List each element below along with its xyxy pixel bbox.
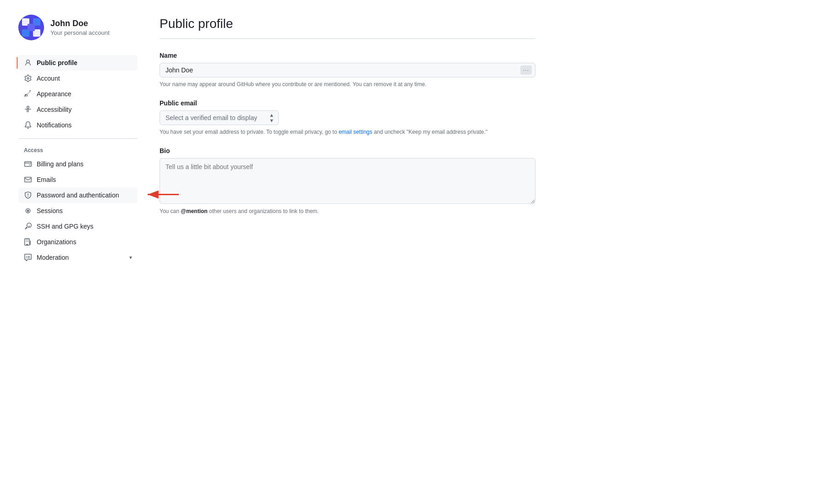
sidebar-item-emails[interactable]: Emails bbox=[18, 172, 138, 187]
page-divider bbox=[160, 38, 535, 39]
access-section: Access Billing and plans Emai bbox=[18, 144, 138, 265]
name-input-wrapper: ··· bbox=[160, 63, 535, 77]
sidebar-item-notifications[interactable]: Notifications bbox=[18, 117, 138, 133]
sidebar-item-accessibility[interactable]: Accessibility bbox=[18, 102, 138, 117]
sidebar-item-sessions[interactable]: Sessions bbox=[18, 203, 138, 219]
sidebar-label-ssh-gpg: SSH and GPG keys bbox=[37, 223, 132, 230]
svg-point-6 bbox=[23, 26, 26, 29]
sidebar-label-appearance: Appearance bbox=[37, 90, 132, 98]
bio-form-group: Bio You can @mention other users and org… bbox=[160, 147, 535, 214]
sidebar-label-billing: Billing and plans bbox=[37, 160, 132, 168]
sidebar-item-moderation[interactable]: Moderation ▾ bbox=[18, 250, 138, 265]
sidebar: John Doe Your personal account Public pr… bbox=[18, 15, 138, 489]
page-wrapper: John Doe Your personal account Public pr… bbox=[0, 0, 833, 504]
sidebar-item-appearance[interactable]: Appearance bbox=[18, 86, 138, 102]
sidebar-item-account[interactable]: Account bbox=[18, 71, 138, 86]
email-settings-link[interactable]: email settings bbox=[339, 129, 372, 135]
person-icon bbox=[24, 59, 32, 67]
name-dots-button[interactable]: ··· bbox=[520, 66, 532, 75]
page-title: Public profile bbox=[160, 16, 535, 31]
paintbrush-icon bbox=[24, 90, 32, 98]
user-profile: John Doe Your personal account bbox=[18, 15, 138, 42]
bell-icon bbox=[24, 121, 32, 129]
mail-icon bbox=[24, 175, 32, 184]
public-email-select-wrapper: Select a verified email to display ▲ ▼ bbox=[160, 110, 279, 125]
key-icon bbox=[24, 222, 32, 230]
shield-icon bbox=[24, 191, 32, 199]
sidebar-item-organizations[interactable]: Organizations bbox=[18, 234, 138, 250]
name-label: Name bbox=[160, 52, 535, 59]
sidebar-label-account: Account bbox=[37, 75, 132, 82]
sidebar-label-accessibility: Accessibility bbox=[37, 106, 132, 113]
user-subtitle: Your personal account bbox=[50, 29, 110, 36]
sidebar-label-public-profile: Public profile bbox=[37, 59, 132, 66]
main-content: Public profile Name ··· Your name may ap… bbox=[160, 15, 535, 489]
bio-label: Bio bbox=[160, 147, 535, 154]
sidebar-label-moderation: Moderation bbox=[37, 254, 125, 261]
avatar bbox=[18, 15, 44, 40]
bio-textarea[interactable] bbox=[160, 158, 535, 204]
public-email-form-group: Public email Select a verified email to … bbox=[160, 99, 535, 136]
name-input[interactable] bbox=[160, 63, 535, 77]
moderation-icon bbox=[24, 253, 32, 262]
primary-nav: Public profile Account Appearance bbox=[18, 55, 138, 133]
svg-point-7 bbox=[30, 20, 33, 22]
name-form-group: Name ··· Your name may appear around Git… bbox=[160, 52, 535, 88]
sidebar-item-public-profile[interactable]: Public profile bbox=[18, 55, 138, 71]
sidebar-label-emails: Emails bbox=[37, 176, 132, 183]
broadcast-icon bbox=[24, 207, 32, 215]
bio-hint: You can @mention other users and organiz… bbox=[160, 208, 535, 214]
accessibility-icon bbox=[24, 105, 32, 114]
organizations-icon bbox=[24, 238, 32, 246]
user-name: John Doe bbox=[50, 19, 110, 28]
public-email-label: Public email bbox=[160, 99, 535, 107]
credit-card-icon bbox=[24, 160, 32, 168]
name-hint: Your name may appear around GitHub where… bbox=[160, 80, 535, 88]
public-email-select[interactable]: Select a verified email to display bbox=[160, 110, 279, 125]
chevron-down-icon: ▾ bbox=[129, 254, 132, 261]
svg-rect-5 bbox=[28, 24, 35, 31]
sidebar-label-organizations: Organizations bbox=[37, 238, 132, 246]
bio-hint-mention: @mention bbox=[181, 208, 207, 214]
public-email-hint: You have set your email address to priva… bbox=[160, 128, 535, 136]
nav-divider-1 bbox=[18, 138, 138, 139]
sidebar-label-sessions: Sessions bbox=[37, 207, 132, 214]
sidebar-item-ssh-gpg[interactable]: SSH and GPG keys bbox=[18, 219, 138, 234]
sidebar-label-password: Password and authentication bbox=[37, 192, 132, 199]
svg-point-8 bbox=[36, 26, 39, 29]
sidebar-label-notifications: Notifications bbox=[37, 121, 132, 129]
svg-point-9 bbox=[30, 33, 33, 35]
sidebar-item-password[interactable]: Password and authentication bbox=[18, 187, 138, 203]
user-info: John Doe Your personal account bbox=[50, 19, 110, 36]
gear-icon bbox=[24, 74, 32, 82]
sidebar-item-billing[interactable]: Billing and plans bbox=[18, 156, 138, 172]
access-label: Access bbox=[18, 144, 138, 156]
